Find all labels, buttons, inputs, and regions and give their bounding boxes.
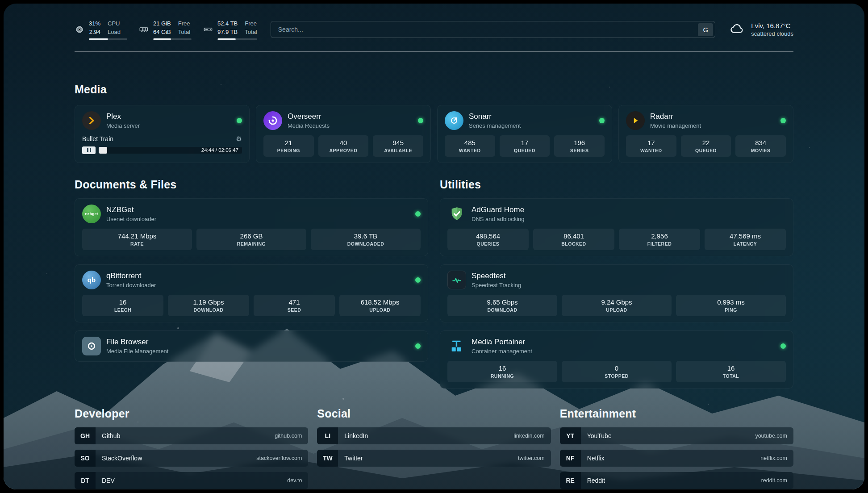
cpu-label: CPU	[108, 20, 121, 28]
card-subtitle: Media File Management	[106, 348, 410, 355]
disk-free-value: 52.4 TB	[217, 20, 238, 28]
header-divider	[75, 51, 793, 52]
card-speedtest[interactable]: Speedtest Speedtest Tracking 9.65 Gbps D…	[440, 264, 793, 322]
bookmark-name: Reddit	[587, 477, 605, 484]
search-provider-button[interactable]: G	[698, 23, 713, 36]
stat-value: 17	[521, 139, 529, 146]
gear-icon[interactable]: ⚙	[236, 135, 242, 142]
weather-location: Lviv, 16.87°C	[751, 22, 793, 29]
stat-download: 9.65 Gbps DOWNLOAD	[447, 295, 557, 316]
stat-series: 196 SERIES	[554, 135, 605, 157]
stat-available: 945 AVAILABLE	[373, 135, 423, 157]
stat-label: LATENCY	[734, 241, 757, 246]
cpu-icon	[75, 25, 84, 34]
search-input[interactable]	[277, 25, 698, 33]
bookmark-name: Netflix	[587, 455, 605, 462]
stat-label: DOWNLOADED	[347, 241, 384, 246]
card-title: NZBGet	[106, 205, 410, 214]
stat-value: 196	[574, 139, 585, 146]
card-filebrowser[interactable]: File Browser Media File Management	[75, 330, 428, 362]
stat-label: REMAINING	[237, 241, 266, 246]
radarr-icon	[626, 111, 645, 130]
status-dot	[599, 118, 605, 123]
now-playing-title: Bullet Train	[82, 135, 113, 142]
card-portainer[interactable]: Media Portainer Container management 16 …	[440, 330, 793, 389]
memory-icon	[139, 25, 149, 34]
stat-label: PING	[725, 307, 737, 313]
filebrowser-icon	[82, 337, 101, 355]
section-title-utilities: Utilities	[440, 178, 793, 191]
card-subtitle: Container management	[472, 348, 775, 355]
stat-label: QUEUED	[514, 148, 535, 153]
stat-value: 47.569 ms	[730, 232, 761, 240]
card-subtitle: Movie management	[650, 122, 775, 129]
stat-value: 16	[727, 364, 735, 372]
disk-usage-bar	[217, 38, 257, 40]
stat-label: STOPPED	[605, 373, 629, 379]
stat-value: 1.19 Gbps	[193, 298, 224, 306]
bookmark-dev[interactable]: DT DEV dev.to	[75, 472, 308, 489]
stat-label: LEECH	[114, 307, 131, 313]
card-subtitle: Usenet downloader	[106, 216, 410, 222]
status-dot	[415, 277, 421, 283]
card-radarr[interactable]: Radarr Movie management 17 WANTED 22 QUE…	[618, 105, 793, 163]
disk-widget: 52.4 TB 97.9 TB Free Total	[203, 20, 257, 40]
stat-label: DOWNLOAD	[194, 307, 224, 313]
stat-stopped: 0 STOPPED	[562, 361, 672, 382]
bookmark-github[interactable]: GH Github github.com	[75, 427, 308, 444]
card-title: Sonarr	[469, 112, 594, 121]
bookmark-twitter[interactable]: TW Twitter twitter.com	[317, 450, 551, 467]
stat-value: 40	[340, 139, 347, 146]
search-bar[interactable]: G	[271, 21, 716, 38]
stat-label: WANTED	[640, 148, 662, 153]
card-title: Overseerr	[288, 112, 413, 121]
stat-label: QUERIES	[477, 241, 500, 246]
bookmark-reddit[interactable]: RE Reddit reddit.com	[560, 472, 793, 489]
bookmark-abbr: NF	[560, 450, 581, 467]
sonarr-icon	[445, 111, 463, 130]
stat-value: 16	[499, 364, 506, 372]
card-adguard[interactable]: AdGuard Home DNS and adblocking 498,564 …	[440, 198, 793, 256]
top-bar: 31% 2.94 CPU Load	[75, 4, 793, 40]
stat-value: 498,564	[476, 232, 500, 240]
card-plex[interactable]: Plex Media server Bullet Train ⚙ 24:4	[75, 105, 250, 163]
card-nzbget[interactable]: nzbget NZBGet Usenet downloader 744.21 M…	[75, 198, 428, 256]
playback-progress-bar[interactable]: 24:44 / 02:06:47	[99, 147, 242, 154]
stat-label: DOWNLOAD	[488, 307, 517, 313]
stat-movies: 834 MOVIES	[735, 135, 786, 157]
card-subtitle: Torrent downloader	[106, 282, 410, 288]
section-title-developer: Developer	[75, 407, 308, 420]
stat-label: SERIES	[570, 148, 589, 153]
bookmark-url: github.com	[275, 433, 302, 439]
card-title: Plex	[106, 112, 231, 121]
disk-total-value: 97.9 TB	[217, 28, 238, 37]
bookmark-stackoverflow[interactable]: SO StackOverflow stackoverflow.com	[75, 450, 308, 467]
playback-progress-fill	[99, 147, 107, 154]
bookmark-youtube[interactable]: YT YouTube youtube.com	[560, 427, 793, 444]
stat-blocked: 86,401 BLOCKED	[533, 229, 614, 250]
bookmark-name: StackOverflow	[102, 455, 142, 462]
adguard-shield-icon	[447, 205, 466, 223]
card-overseerr[interactable]: Overseerr Media Requests 21 PENDING 40 A…	[256, 105, 431, 163]
pause-button[interactable]	[82, 146, 96, 154]
cpu-load-value: 2.94	[89, 28, 100, 37]
memory-free-value: 21 GiB	[153, 20, 171, 28]
cpu-percent: 31%	[89, 20, 100, 28]
memory-total-value: 64 GiB	[153, 28, 171, 37]
stat-queries: 498,564 QUERIES	[447, 229, 529, 250]
bookmark-linkedin[interactable]: LI LinkedIn linkedin.com	[317, 427, 551, 444]
bookmark-url: netflix.com	[760, 455, 787, 461]
status-dot	[237, 118, 242, 123]
section-title-entertainment: Entertainment	[560, 407, 793, 420]
stat-upload: 9.24 Gbps UPLOAD	[562, 295, 672, 316]
stat-wanted: 485 WANTED	[445, 135, 495, 157]
card-qbittorrent[interactable]: qb qBittorrent Torrent downloader 16	[75, 264, 428, 322]
status-dot	[415, 343, 421, 349]
card-title: qBittorrent	[106, 272, 410, 280]
stat-value: 86,401	[563, 232, 584, 240]
plex-icon	[82, 111, 101, 130]
section-media: Media Plex Media server	[75, 83, 793, 163]
bookmark-netflix[interactable]: NF Netflix netflix.com	[560, 450, 793, 467]
stat-pending: 21 PENDING	[263, 135, 314, 157]
card-sonarr[interactable]: Sonarr Series management 485 WANTED 17 Q…	[437, 105, 612, 163]
